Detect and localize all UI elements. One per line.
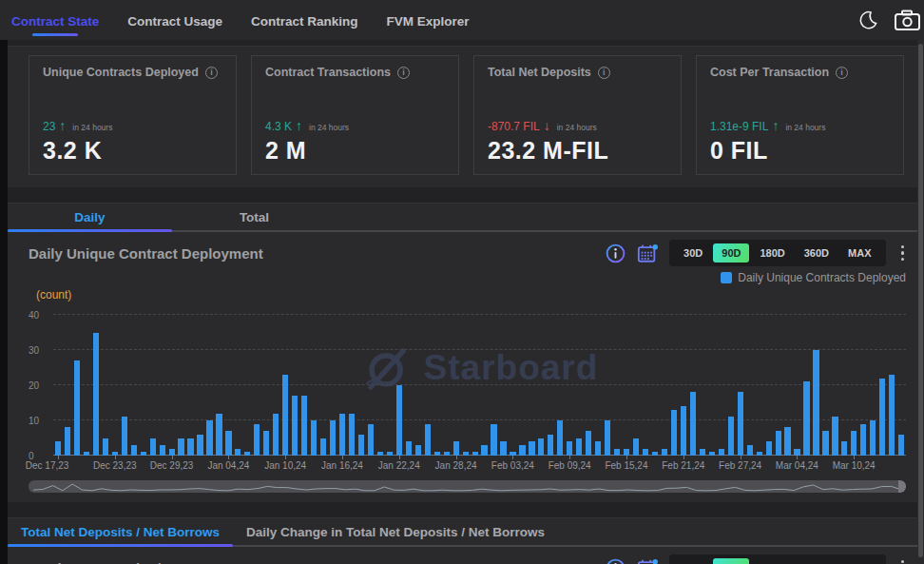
datazoom-handle[interactable] [898, 480, 906, 493]
bar[interactable] [330, 420, 336, 456]
bar[interactable] [282, 375, 288, 456]
bar[interactable] [766, 441, 772, 456]
bar-chart[interactable]: Starboard 010203040 [29, 315, 906, 456]
bar[interactable] [851, 431, 857, 456]
range-button-30d[interactable]: 30D [675, 558, 711, 564]
bar[interactable] [263, 431, 269, 456]
nav-item-fvm-explorer[interactable]: FVM Explorer [385, 3, 472, 37]
kebab-menu-icon[interactable] [897, 243, 909, 263]
range-button-180d[interactable]: 180D [751, 558, 793, 564]
range-button-90d[interactable]: 90D [713, 243, 749, 263]
bar[interactable] [803, 381, 809, 456]
bar[interactable] [662, 449, 667, 456]
bar[interactable] [160, 445, 165, 456]
bar[interactable] [197, 435, 202, 456]
bar[interactable] [643, 449, 648, 456]
bar[interactable] [453, 441, 459, 456]
page-scrollbar[interactable] [917, 40, 924, 564]
bar[interactable] [349, 414, 355, 456]
bar[interactable] [605, 420, 610, 456]
bar[interactable] [538, 438, 544, 457]
bar[interactable] [586, 431, 591, 456]
info-icon[interactable]: i [836, 67, 848, 79]
calendar-icon[interactable] [637, 243, 658, 263]
info-icon[interactable]: i [598, 67, 610, 79]
bar[interactable] [784, 427, 790, 456]
bar[interactable] [415, 445, 421, 456]
bar[interactable] [776, 431, 781, 456]
bar[interactable] [529, 441, 534, 456]
bar[interactable] [728, 417, 734, 456]
bar[interactable] [169, 449, 175, 456]
chart-legend[interactable]: Daily Unique Contracts Deployed [8, 268, 917, 284]
range-button-180d[interactable]: 180D [751, 243, 793, 263]
screenshot-camera-icon[interactable] [894, 9, 920, 31]
bar[interactable] [122, 417, 127, 456]
bar[interactable] [690, 392, 696, 456]
tab-total[interactable]: Total [172, 204, 337, 230]
bar[interactable] [481, 445, 487, 456]
bar[interactable] [557, 420, 563, 456]
bar[interactable] [614, 449, 620, 456]
bar[interactable] [860, 424, 866, 456]
bar[interactable] [519, 445, 525, 456]
bar[interactable] [813, 350, 818, 456]
bar[interactable] [425, 424, 431, 456]
bar[interactable] [301, 396, 307, 456]
bar[interactable] [832, 417, 837, 456]
bar[interactable] [368, 424, 374, 456]
bar[interactable] [738, 392, 743, 456]
bar[interactable] [358, 435, 364, 456]
bar[interactable] [65, 427, 70, 456]
range-button-30d[interactable]: 30D [675, 243, 711, 263]
bar[interactable] [491, 424, 496, 456]
bar[interactable] [131, 445, 137, 456]
bar[interactable] [719, 449, 724, 456]
kebab-menu-icon[interactable] [897, 558, 909, 564]
info-icon[interactable]: i [397, 67, 410, 79]
bar[interactable] [93, 333, 99, 457]
bar[interactable] [103, 438, 108, 457]
bar[interactable] [55, 441, 61, 456]
nav-item-contract-ranking[interactable]: Contract Ranking [249, 3, 360, 37]
bar[interactable] [406, 441, 412, 456]
range-button-90d[interactable]: 90D [713, 558, 749, 564]
bar[interactable] [292, 396, 298, 456]
bar[interactable] [624, 449, 629, 456]
bar[interactable] [273, 414, 279, 456]
bar[interactable] [216, 414, 221, 456]
bar[interactable] [700, 449, 705, 456]
bar[interactable] [150, 438, 156, 457]
scrollbar-thumb[interactable] [918, 44, 923, 557]
bar[interactable] [889, 375, 895, 456]
tab-daily[interactable]: Daily [8, 204, 172, 230]
bar[interactable] [870, 420, 876, 456]
range-button-max[interactable]: MAX [839, 243, 879, 263]
bar[interactable] [681, 406, 686, 456]
bar[interactable] [841, 441, 847, 456]
bar[interactable] [822, 431, 828, 456]
nav-item-contract-state[interactable]: Contract State [10, 3, 101, 37]
bar[interactable] [320, 438, 326, 457]
bar[interactable] [567, 441, 572, 456]
bar[interactable] [396, 385, 402, 456]
datazoom-slider[interactable] [29, 480, 906, 493]
bar[interactable] [576, 438, 582, 457]
bar[interactable] [595, 441, 601, 456]
nav-item-contract-usage[interactable]: Contract Usage [125, 3, 224, 37]
bar[interactable] [747, 445, 753, 456]
range-button-360d[interactable]: 360D [796, 243, 837, 263]
tab-total-net-deposits-net-borrows[interactable]: Total Net Deposits / Net Borrows [8, 518, 233, 545]
calendar-icon[interactable] [637, 558, 658, 564]
bar[interactable] [235, 449, 241, 456]
bar[interactable] [339, 414, 345, 456]
bar[interactable] [671, 410, 677, 456]
dark-mode-moon-icon[interactable] [857, 10, 878, 30]
bar[interactable] [548, 435, 553, 456]
bar[interactable] [500, 441, 506, 456]
range-button-360d[interactable]: 360D [796, 558, 837, 564]
range-button-max[interactable]: MAX [839, 558, 879, 564]
bar[interactable] [206, 420, 212, 456]
bar[interactable] [74, 360, 80, 456]
bar[interactable] [794, 449, 799, 456]
